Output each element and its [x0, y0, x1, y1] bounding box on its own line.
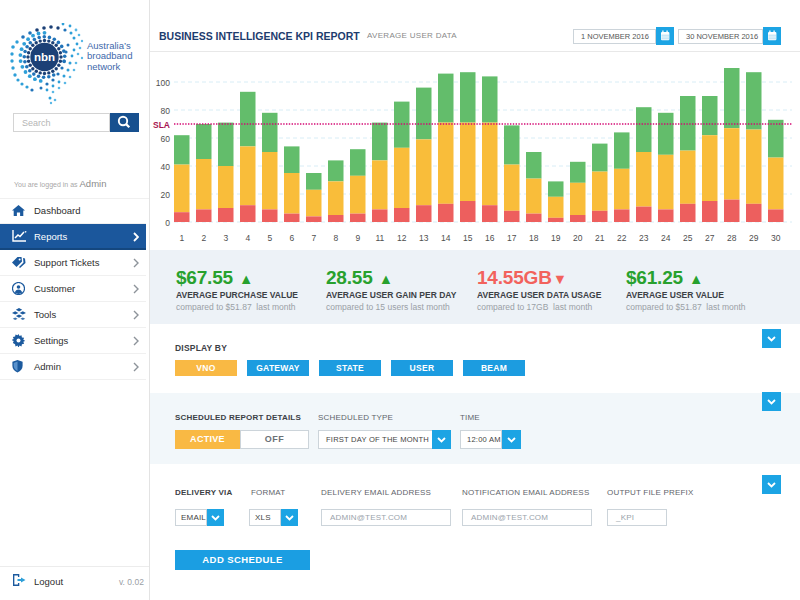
svg-text:1: 1 — [179, 233, 184, 243]
svg-text:27: 27 — [705, 233, 715, 243]
svg-text:21: 21 — [595, 233, 605, 243]
svg-text:15: 15 — [463, 233, 473, 243]
svg-text:11: 11 — [375, 233, 384, 243]
svg-text:23: 23 — [639, 233, 649, 243]
svg-text:19: 19 — [551, 233, 561, 243]
svg-text:18: 18 — [529, 233, 539, 243]
svg-text:13: 13 — [419, 233, 429, 243]
svg-text:29: 29 — [749, 233, 759, 243]
svg-text:22: 22 — [617, 233, 627, 243]
svg-text:100: 100 — [156, 78, 170, 88]
svg-text:2: 2 — [201, 233, 206, 243]
svg-text:80: 80 — [161, 106, 171, 116]
svg-text:17: 17 — [507, 233, 517, 243]
svg-text:7: 7 — [311, 233, 316, 243]
svg-text:0: 0 — [165, 218, 170, 228]
svg-text:25: 25 — [683, 233, 693, 243]
svg-text:8: 8 — [333, 233, 338, 243]
svg-text:14: 14 — [441, 233, 451, 243]
svg-text:3: 3 — [223, 233, 228, 243]
svg-text:12: 12 — [397, 233, 407, 243]
svg-text:24: 24 — [661, 233, 671, 243]
svg-text:20: 20 — [573, 233, 583, 243]
svg-text:SLA: SLA — [153, 120, 170, 130]
svg-text:4: 4 — [245, 233, 250, 243]
svg-text:30: 30 — [771, 233, 781, 243]
svg-text:9: 9 — [355, 233, 360, 243]
svg-text:40: 40 — [161, 162, 171, 172]
svg-text:6: 6 — [289, 233, 294, 243]
svg-text:28: 28 — [727, 233, 737, 243]
svg-text:16: 16 — [485, 233, 495, 243]
svg-text:5: 5 — [267, 233, 272, 243]
svg-text:60: 60 — [161, 134, 171, 144]
svg-text:nbn: nbn — [34, 51, 55, 63]
svg-text:20: 20 — [161, 190, 171, 200]
